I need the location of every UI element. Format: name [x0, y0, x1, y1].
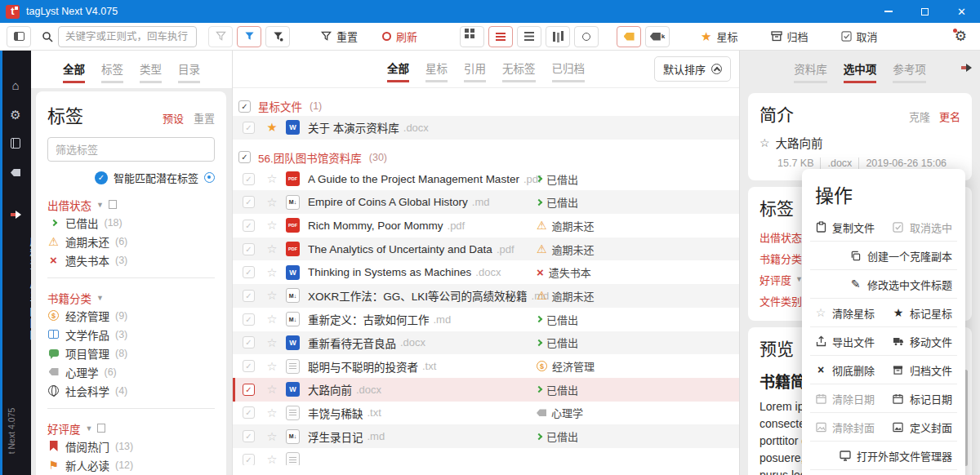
settings-icon[interactable]: ⚙: [0, 108, 31, 122]
tag-group-header[interactable]: 书籍分类 ▼: [47, 290, 215, 306]
view-rows-button[interactable]: [517, 26, 541, 47]
row-checkbox[interactable]: [243, 290, 255, 302]
menu-set-cover[interactable]: 定义封面: [893, 420, 952, 435]
group-header[interactable]: 星标文件 (1): [233, 96, 739, 116]
tab-selection[interactable]: 选中项: [844, 64, 877, 83]
star-off-icon[interactable]: ☆: [265, 336, 278, 349]
row-checkbox-checked[interactable]: [243, 384, 255, 396]
menu-clear-cover[interactable]: 清除封面: [815, 420, 875, 435]
star-off-icon[interactable]: ☆: [265, 172, 278, 185]
group-checkbox[interactable]: [238, 100, 251, 113]
tag-group-header[interactable]: 好评度 ▼: [47, 420, 215, 437]
tag-item[interactable]: 项目管理(8): [47, 344, 215, 362]
smart-match-checkbox[interactable]: [95, 171, 108, 184]
refresh-button[interactable]: 刷新: [382, 29, 417, 44]
tag-mode-button[interactable]: [617, 26, 641, 47]
star-off-icon[interactable]: ☆: [265, 242, 278, 255]
file-row[interactable]: ☆ Thinking in Systems as Machines.docx ×…: [233, 260, 739, 284]
view-list-button[interactable]: [488, 26, 513, 47]
star-off-icon[interactable]: ☆: [265, 313, 278, 326]
search-input[interactable]: [58, 26, 197, 47]
file-row[interactable]: ☆ 浮生录日记.md 已借出: [233, 424, 739, 448]
reset-filter-button[interactable]: 重置: [321, 29, 358, 44]
star-off-icon[interactable]: ☆: [265, 219, 278, 232]
file-row[interactable]: ☆ Rich Mommy, Poor Mommy.pdf ⚠逾期未还: [233, 214, 739, 238]
tag-item[interactable]: ×遗失书本(3): [47, 251, 215, 269]
star-off-icon[interactable]: ☆: [265, 406, 278, 420]
group-checkbox[interactable]: [238, 151, 251, 163]
row-checkbox[interactable]: [243, 360, 255, 372]
preset-link[interactable]: 预设: [163, 110, 184, 126]
menu-delete[interactable]: ×彻底删除: [815, 362, 875, 378]
star-off-icon[interactable]: ☆: [265, 289, 278, 302]
tag-icon[interactable]: [0, 165, 31, 179]
tab-tags[interactable]: 标签: [101, 64, 123, 83]
star-button[interactable]: ★ 星标: [701, 29, 737, 44]
tag-item[interactable]: ⚠逾期未还(6): [47, 232, 215, 251]
tag-item[interactable]: 经济管理(9): [47, 306, 215, 325]
tab-archived[interactable]: 已归档: [552, 63, 586, 82]
file-row[interactable]: ☆ 聪明与不聪明的投资者.txt 经济管理: [233, 354, 739, 378]
row-checkbox[interactable]: [243, 430, 255, 442]
arrow-right-icon[interactable]: [0, 207, 31, 221]
star-off-icon[interactable]: ☆: [265, 453, 278, 465]
tag-item[interactable]: ⚑新人必读(12): [47, 455, 215, 474]
star-off-icon[interactable]: ☆: [265, 430, 278, 443]
menu-export[interactable]: 导出文件: [815, 334, 875, 349]
row-checkbox[interactable]: [243, 266, 255, 278]
tab-all[interactable]: 全部: [63, 64, 85, 83]
file-row[interactable]: ☆ 重新定义：古歌如何工作.md 已借出: [233, 308, 739, 331]
file-row[interactable]: ★ 关于 本演示资料库 .docx: [233, 116, 739, 140]
star-off-icon[interactable]: ☆: [265, 196, 278, 209]
row-checkbox[interactable]: [243, 220, 255, 232]
menu-mark-star[interactable]: ★标记星标: [893, 305, 952, 321]
row-checkbox[interactable]: [243, 313, 255, 326]
tab-types[interactable]: 类型: [140, 64, 162, 83]
row-checkbox[interactable]: [243, 243, 255, 255]
tab-reference[interactable]: 参考项: [893, 64, 926, 83]
star-off-icon[interactable]: ☆: [265, 266, 278, 279]
home-icon[interactable]: ⌂: [0, 78, 31, 92]
file-row[interactable]: ☆ 重新看待无音良品.docx 已借出: [233, 331, 739, 355]
copy-group-icon[interactable]: [99, 425, 105, 433]
close-button[interactable]: ✕: [943, 0, 980, 23]
view-circle-button[interactable]: [574, 26, 599, 47]
filter-active-button[interactable]: [237, 26, 261, 47]
tag-item[interactable]: 已借出(18): [47, 213, 215, 232]
menu-open-external[interactable]: 打开外部文件管理器: [840, 448, 952, 464]
view-grid-button[interactable]: [460, 26, 484, 47]
tab-cited[interactable]: 引用: [464, 63, 486, 82]
minimize-button[interactable]: [870, 0, 906, 23]
library-icon[interactable]: [0, 137, 31, 151]
tag-item[interactable]: 心理学(6): [47, 362, 215, 381]
filter-off-button[interactable]: [208, 26, 233, 47]
view-columns-button[interactable]: [546, 26, 570, 47]
menu-deselect[interactable]: 取消选中: [893, 220, 952, 235]
rename-link[interactable]: 更名: [939, 109, 960, 124]
file-row[interactable]: ☆ XOKR工作法：GG、LKI等公司的高绩效秘籍.md ⚠逾期未还: [233, 284, 739, 308]
tag-group-header[interactable]: 出借状态 ▼: [47, 197, 215, 213]
tab-directory[interactable]: 目录: [178, 64, 200, 83]
tag-keyword-button[interactable]: k: [645, 26, 670, 47]
menu-clear-date[interactable]: 清除日期: [815, 391, 875, 406]
tab-library[interactable]: 资料库: [794, 64, 827, 83]
menu-copy-file[interactable]: 复制文件: [815, 220, 875, 235]
file-row[interactable]: ☆ Empire of Coins A Global History.md 已借…: [233, 190, 739, 214]
cancel-button[interactable]: 取消: [841, 29, 878, 44]
settings-button[interactable]: ⚙: [955, 29, 967, 44]
collapse-arrow-icon[interactable]: [961, 64, 972, 72]
tag-item[interactable]: 社会科学(4): [47, 381, 215, 400]
filter-advanced-button[interactable]: [265, 26, 290, 47]
file-row-partial[interactable]: ☆: [233, 448, 739, 465]
menu-archive[interactable]: 归档文件: [893, 362, 952, 378]
tab-all-files[interactable]: 全部: [387, 63, 409, 82]
copy-group-icon[interactable]: [110, 202, 117, 209]
file-row-selected[interactable]: ☆ 大路向前.docx 已借出: [233, 378, 739, 402]
row-checkbox[interactable]: [243, 196, 255, 208]
tab-untagged[interactable]: 无标签: [502, 63, 536, 82]
clone-link[interactable]: 克隆: [909, 109, 930, 124]
file-row[interactable]: ☆ The Analytics of Uncertainty and Data.…: [233, 238, 739, 261]
row-checkbox[interactable]: [243, 406, 255, 419]
panel-toggle-button[interactable]: [7, 26, 31, 47]
row-checkbox[interactable]: [243, 173, 255, 185]
